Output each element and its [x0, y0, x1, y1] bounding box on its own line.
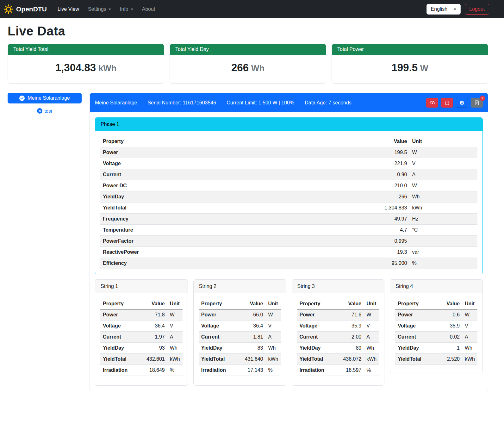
property-cell: YieldDay	[100, 191, 285, 203]
property-cell: Power	[100, 309, 138, 321]
table-header-row: Property Value Unit	[395, 298, 477, 309]
value-cell: 95.000	[285, 258, 410, 269]
nav-about[interactable]: About	[138, 4, 160, 15]
unit-cell: Wh	[167, 343, 183, 354]
table-row: YieldDay1Wh	[395, 343, 477, 354]
nav-live-view[interactable]: Live View	[53, 4, 84, 15]
property-cell: Power	[395, 309, 436, 321]
value-cell: 4.7	[285, 225, 410, 236]
value-cell: 0.02	[436, 332, 462, 343]
inverter-current-limit: Current Limit: 1,500 W | 100%	[227, 100, 294, 106]
property-cell: YieldDay	[395, 343, 436, 354]
value-cell: 36.4	[236, 321, 265, 332]
property-cell: Voltage	[395, 321, 436, 332]
unit-cell: Wh	[364, 343, 379, 354]
table-row: YieldDay83Wh	[199, 343, 281, 354]
brand-label: OpenDTU	[16, 5, 47, 13]
unit-cell: kWh	[462, 354, 477, 365]
table-row: Voltage35.9V	[395, 321, 477, 332]
property-cell: Frequency	[100, 214, 285, 225]
table-row: YieldTotal431.640kWh	[199, 354, 281, 365]
unit-cell: A	[167, 332, 183, 343]
table-row: YieldTotal1,304.833kWh	[100, 203, 477, 214]
value-cell: 438.072	[334, 354, 364, 365]
table-header-row: Property Value Unit	[199, 298, 281, 309]
unit-cell: A	[462, 332, 477, 343]
card-title: Total Yield Total	[8, 44, 164, 55]
property-cell: YieldDay	[100, 343, 138, 354]
card-title: Total Power	[332, 44, 488, 55]
nav-info[interactable]: Info	[115, 4, 138, 15]
nav-settings[interactable]: Settings	[84, 4, 115, 15]
table-row: YieldTotal2.520kWh	[395, 354, 477, 365]
unit-cell: Wh	[462, 343, 477, 354]
limit-settings-button[interactable]	[426, 98, 438, 108]
table-row: Current2.00A	[297, 332, 379, 343]
unit-cell: W	[167, 309, 183, 321]
unit-cell: W	[409, 180, 477, 191]
table-row: Power71.8W	[100, 309, 183, 321]
card-value: 266	[231, 62, 249, 73]
table-row: Current0.90A	[100, 169, 477, 180]
journal-icon	[474, 100, 480, 106]
value-cell: 19.3	[285, 247, 410, 258]
power-toggle-button[interactable]	[441, 98, 453, 108]
unit-cell: Wh	[409, 191, 477, 203]
table-row: YieldTotal438.072kWh	[297, 354, 379, 365]
string-1-card: String 1 Property Value Unit	[95, 279, 188, 386]
value-cell: 431.640	[236, 354, 265, 365]
unit-cell: V	[266, 321, 281, 332]
sidebar-inverter-meine-solaranlage[interactable]: Meine Solaranlage	[8, 93, 82, 103]
unit-cell: W	[364, 309, 379, 321]
value-cell: 83	[236, 343, 265, 354]
value-cell: 1.97	[138, 332, 167, 343]
logout-button[interactable]: Logout	[465, 4, 489, 15]
unit-cell: A	[364, 332, 379, 343]
value-cell: 1.81	[236, 332, 265, 343]
table-row: Irradiation17.143%	[199, 365, 281, 376]
string-3-table: Property Value Unit Power71.6WVoltage35.…	[297, 298, 379, 376]
unit-cell: °C	[409, 225, 477, 236]
value-cell: 35.9	[436, 321, 462, 332]
table-row: Current1.81A	[199, 332, 281, 343]
unit-cell: W	[266, 309, 281, 321]
language-select[interactable]: English	[426, 4, 461, 15]
property-cell: Voltage	[100, 158, 285, 169]
event-log-button[interactable]: 2	[471, 98, 483, 108]
navbar: OpenDTU Live View Settings Info About En…	[0, 0, 504, 18]
table-row: YieldTotal432.601kWh	[100, 354, 183, 365]
value-cell: 18.649	[138, 365, 167, 376]
table-row: Power71.6W	[297, 309, 379, 321]
speedometer-icon	[429, 100, 435, 106]
chevron-down-icon	[131, 9, 133, 10]
property-cell: Current	[199, 332, 236, 343]
value-cell: 2.520	[436, 354, 462, 365]
string-title: String 1	[95, 280, 188, 293]
value-cell: 1,304.833	[285, 203, 410, 214]
value-cell: 1	[436, 343, 462, 354]
power-icon	[444, 100, 450, 106]
value-cell: 199.5	[285, 147, 410, 158]
chevron-down-icon	[109, 9, 111, 10]
table-row: Power0.6W	[395, 309, 477, 321]
property-cell: Current	[395, 332, 436, 343]
table-row: PowerFactor0.995	[100, 236, 477, 247]
brand-link[interactable]: OpenDTU	[4, 4, 47, 14]
value-cell: 0.995	[285, 236, 410, 247]
table-header-row: Property Value Unit	[100, 136, 477, 147]
table-row: Frequency49.97Hz	[100, 214, 477, 225]
x-circle-icon	[37, 108, 42, 114]
unit-cell: V	[409, 158, 477, 169]
string-title: String 2	[194, 280, 286, 293]
value-cell: 49.97	[285, 214, 410, 225]
check-circle-icon	[19, 96, 25, 101]
unit-cell: A	[266, 332, 281, 343]
inverter-panel-header: Meine Solaranlage Serial Number: 1161716…	[90, 93, 488, 112]
unit-cell: %	[167, 365, 183, 376]
value-cell: 35.9	[334, 321, 364, 332]
phase-table: Property Value Unit Power199.5WVoltage22…	[100, 136, 477, 269]
sidebar-inverter-test[interactable]: test	[8, 108, 82, 114]
device-info-button[interactable]	[456, 98, 468, 108]
string-3-card: String 3 Property Value Unit	[292, 279, 385, 386]
table-row: Temperature4.7°C	[100, 225, 477, 236]
